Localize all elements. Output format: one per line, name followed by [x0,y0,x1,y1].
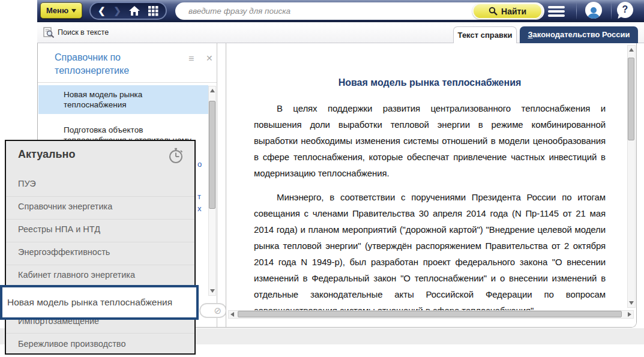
search-icon [489,7,498,16]
nav-cluster: ❮ ❯ [89,2,167,20]
covered-text-fragment: т [197,192,201,201]
document-paragraph: Минэнерго, в соответствии с поручениями … [254,189,606,319]
scroll-up-icon[interactable] [210,89,215,92]
apps-grid-icon[interactable] [148,6,158,16]
sidebar-scrollbar[interactable] [208,86,216,296]
popup-item-energy-efficiency[interactable]: Энергоэффективность [18,247,110,259]
tab-help-text[interactable]: Текст справки [453,26,517,44]
blocked-button[interactable]: ⊘ [199,303,227,318]
sidebar-item-new-heat-market[interactable]: Новая модель рынка теплоснабжения [38,85,208,114]
covered-text-fragment: о [197,160,202,169]
scroll-right-icon[interactable] [628,312,631,317]
search-in-text-label: Поиск в тексте [58,22,109,43]
user-avatar-icon[interactable] [585,2,602,19]
tab-label-accesskey: З [528,30,532,39]
menu-button[interactable]: Меню [40,2,82,19]
toolbar-divider [576,2,577,19]
stopwatch-icon [167,146,185,167]
popup-item-registries[interactable]: Реестры НПА и НТД [18,224,100,236]
horizontal-scrollbar[interactable] [228,310,634,319]
back-icon[interactable]: ❮ [98,5,106,16]
popup-item-pue[interactable]: ПУЭ [18,179,36,191]
popup-item-chief-engineer-cabinet[interactable]: Кабинет главного энергетика [18,270,135,282]
tab-russian-legislation[interactable]: Законодательство России [520,26,638,43]
popup-item-new-heat-market-highlighted[interactable]: Новая модель рынка теплоснабжения [0,285,199,320]
forward-icon[interactable]: ❯ [113,5,121,16]
covered-text-fragment: х [197,204,202,213]
popup-divider [6,265,194,265]
find-button[interactable]: Найти [472,3,543,19]
panel-close-icon[interactable]: ✕ [206,53,213,63]
popup-title: Актуально [18,148,75,161]
caret-down-icon [71,9,76,13]
blocked-icon: ⊘ [214,305,221,316]
document-paragraph: В целях поддержки развития централизован… [254,100,606,181]
scrollbar-thumb[interactable] [238,311,622,317]
app-window: Меню ❮ ❯ [0,0,644,357]
find-button-label: Найти [501,7,526,16]
top-toolbar: Меню ❮ ❯ [37,0,644,22]
search-in-text-icon[interactable] [43,27,55,41]
scroll-left-icon[interactable] [230,312,234,317]
document-heading: Новая модель рынка теплоснабжения [254,77,606,88]
panel-menu-icon[interactable]: ≡ [188,53,194,64]
scroll-down-icon[interactable] [629,301,634,305]
scroll-up-icon[interactable] [629,48,634,52]
help-icon[interactable]: ? [617,2,633,18]
home-icon[interactable] [129,6,140,16]
popup-divider [6,333,194,334]
popup-divider [6,196,194,197]
scrollbar-thumb[interactable] [209,101,215,209]
help-glyph: ? [622,4,628,14]
menu-button-label: Меню [46,6,68,15]
tab-label-rest: аконодательство России [533,30,630,39]
popup-item-lean-production[interactable]: Бережливое производство [18,339,125,351]
toolbar-divider [611,2,612,19]
scrollbar-thumb[interactable] [628,58,634,140]
sidebar-divider [38,82,217,83]
vertical-scrollbar[interactable] [627,45,636,308]
sidebar-item-label: Новая модель рынка теплоснабжения [64,89,202,110]
document-body: В целях поддержки развития централизован… [254,100,606,326]
hamburger-menu-icon[interactable] [548,6,565,19]
document-panel: Новая модель рынка теплоснабжения В целя… [226,43,637,328]
actual-popup: Актуально ПУЭ Справочник энергетика Реес… [5,140,196,355]
sidebar-title: Справочник по теплоэнергетике [55,51,184,77]
search-bar: Найти [175,2,544,20]
scroll-down-icon[interactable] [210,289,215,293]
search-in-text-bar: Поиск в тексте Текст справки Законодател… [37,22,644,43]
popup-item-energy-handbook[interactable]: Справочник энергетика [18,202,112,214]
popup-divider [6,219,194,220]
popup-divider [6,242,194,242]
